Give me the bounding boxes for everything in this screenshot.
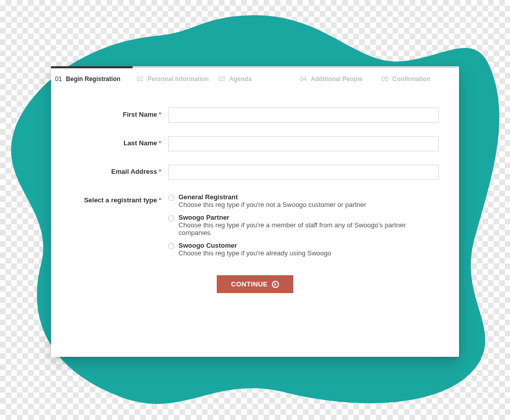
registrant-type-label: Select a registrant type*: [71, 193, 168, 204]
radio-icon: [168, 243, 174, 249]
required-asterisk: *: [159, 139, 161, 147]
option-title: Swoogo Customer: [178, 242, 332, 249]
option-desc: Choose this reg type if you're a member …: [178, 221, 439, 237]
arrow-right-circle-icon: [272, 281, 279, 288]
required-asterisk: *: [159, 111, 161, 118]
last-name-input[interactable]: [168, 136, 439, 151]
step-additional-people[interactable]: 04 Additional People: [296, 66, 377, 87]
last-name-row: Last Name*: [71, 136, 439, 151]
step-label: Confirmation: [392, 75, 430, 83]
first-name-input[interactable]: [168, 108, 439, 123]
step-agenda[interactable]: 03 Agenda: [214, 66, 296, 87]
step-label: Additional People: [311, 75, 362, 83]
step-begin-registration[interactable]: 01 Begin Registration: [51, 66, 133, 87]
label-text: First Name: [123, 111, 157, 118]
step-label: Personal Information: [147, 75, 209, 83]
option-desc: Choose this reg type if you're already u…: [178, 249, 332, 257]
step-label: Agenda: [229, 75, 251, 83]
step-number: 05: [381, 75, 388, 83]
registrant-type-row: Select a registrant type* General Regist…: [71, 193, 439, 262]
first-name-label: First Name*: [71, 108, 168, 118]
step-number: 03: [218, 75, 225, 83]
label-text: Email Address: [111, 168, 157, 175]
progress-steps: 01 Begin Registration 02 Personal Inform…: [51, 66, 459, 87]
step-number: 01: [55, 75, 62, 83]
email-row: Email Address*: [71, 165, 439, 180]
radio-icon: [168, 195, 174, 201]
last-name-field-wrap: [168, 136, 439, 151]
email-input[interactable]: [168, 165, 439, 180]
radio-icon: [168, 215, 174, 221]
registrant-type-option-partner[interactable]: Swoogo Partner Choose this reg type if y…: [168, 214, 439, 237]
required-asterisk: *: [159, 196, 161, 204]
step-number: 02: [137, 75, 143, 83]
registrant-type-option-customer[interactable]: Swoogo Customer Choose this reg type if …: [168, 242, 439, 257]
first-name-field-wrap: [168, 108, 439, 123]
continue-button[interactable]: CONTINUE: [217, 275, 293, 293]
email-label: Email Address*: [71, 165, 168, 175]
label-text: Select a registrant type: [84, 196, 157, 204]
continue-label: CONTINUE: [231, 280, 268, 288]
step-confirmation[interactable]: 05 Confirmation: [377, 66, 459, 87]
option-desc: Choose this reg type if you're not a Swo…: [178, 201, 366, 208]
continue-button-wrap: CONTINUE: [71, 275, 439, 293]
registration-card: 01 Begin Registration 02 Personal Inform…: [51, 66, 459, 357]
label-text: Last Name: [123, 139, 157, 147]
option-text: General Registrant Choose this reg type …: [178, 193, 366, 208]
registration-form: First Name* Last Name* Email Address*: [51, 87, 459, 303]
step-label: Begin Registration: [66, 75, 120, 83]
step-number: 04: [300, 75, 307, 83]
option-text: Swoogo Customer Choose this reg type if …: [178, 242, 332, 257]
option-text: Swoogo Partner Choose this reg type if y…: [178, 214, 439, 237]
required-asterisk: *: [159, 168, 161, 175]
last-name-label: Last Name*: [71, 136, 168, 147]
option-title: General Registrant: [178, 193, 366, 201]
registrant-type-option-general[interactable]: General Registrant Choose this reg type …: [168, 193, 439, 208]
email-field-wrap: [168, 165, 439, 180]
first-name-row: First Name*: [71, 108, 439, 123]
step-personal-information[interactable]: 02 Personal Information: [133, 66, 214, 87]
option-title: Swoogo Partner: [178, 214, 439, 221]
registrant-type-options: General Registrant Choose this reg type …: [168, 193, 439, 262]
